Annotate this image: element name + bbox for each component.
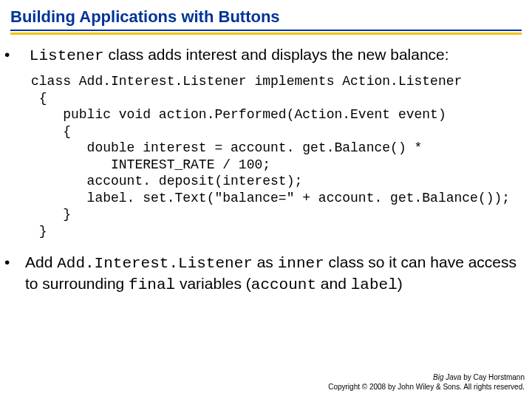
footer-book: Big Java	[433, 373, 461, 381]
bullet-2-text-5: and	[316, 275, 351, 292]
code-block: class Add.Interest.Listener implements A…	[31, 73, 522, 239]
bullet-dot-icon: •	[15, 45, 25, 64]
bullet-2-text-6: )	[398, 275, 403, 292]
bullet-2-code-5: label	[351, 276, 398, 293]
bullet-1: • Listener class adds interest and displ…	[15, 45, 522, 66]
slide-title: Building Applications with Buttons	[10, 7, 522, 27]
footer-copyright: Copyright © 2008 by John Wiley & Sons. A…	[328, 382, 525, 392]
bullet-2-code-1: Add.Interest.Listener	[57, 255, 253, 272]
rule-blue	[10, 30, 522, 31]
bullet-1-code: Listener	[30, 47, 104, 64]
bullet-2-text-2: as	[253, 253, 278, 270]
bullet-2: •Add Add.Interest.Listener as inner clas…	[15, 253, 522, 295]
bullet-dot-icon: •	[15, 253, 25, 272]
bullet-2-text-1: Add	[25, 253, 57, 270]
footer-author: by Cay Horstmann	[461, 373, 525, 381]
bullet-2-text-4: variables (	[175, 275, 251, 292]
bullet-1-text: class adds interest and displays the new…	[104, 46, 449, 63]
bullet-2-code-3: final	[129, 276, 175, 293]
bullet-2-code-4: account	[251, 276, 316, 293]
rule-yellow	[10, 33, 522, 35]
footer: Big Java by Cay Horstmann Copyright © 20…	[328, 372, 525, 392]
slide: Building Applications with Buttons • Lis…	[0, 0, 532, 399]
footer-line-1: Big Java by Cay Horstmann	[328, 372, 525, 382]
bullet-2-code-2: inner	[278, 255, 324, 272]
